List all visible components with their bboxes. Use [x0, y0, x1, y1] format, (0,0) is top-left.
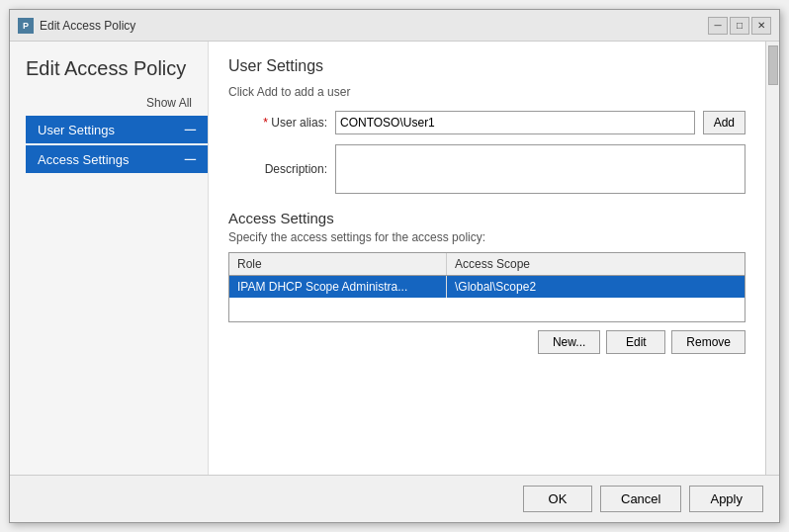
access-settings-hint: Specify the access settings for the acce…: [228, 230, 745, 244]
close-button[interactable]: ✕: [751, 17, 771, 35]
scope-column-header: Access Scope: [447, 253, 745, 275]
sidebar-item-access-settings-icon: ─: [185, 151, 196, 167]
role-cell: IPAM DHCP Scope Administra...: [229, 276, 447, 298]
description-input[interactable]: [335, 144, 745, 194]
page-title: Edit Access Policy: [26, 57, 208, 80]
ok-button[interactable]: OK: [523, 486, 592, 512]
table-row[interactable]: IPAM DHCP Scope Administra... \Global\Sc…: [229, 276, 745, 298]
scrollbar[interactable]: [765, 42, 779, 475]
bottom-bar: OK Cancel Apply: [10, 475, 779, 522]
title-bar-controls: ─ □ ✕: [708, 17, 771, 35]
user-settings-hint: Click Add to add a user: [228, 85, 745, 99]
access-table: Role Access Scope IPAM DHCP Scope Admini…: [228, 252, 745, 322]
user-alias-label: User alias:: [228, 116, 327, 130]
left-panel: Edit Access Policy Show All User Setting…: [10, 42, 208, 475]
new-button[interactable]: New...: [538, 330, 600, 354]
main-content: Edit Access Policy Show All User Setting…: [10, 42, 779, 475]
sidebar-item-user-settings-label: User Settings: [38, 123, 115, 137]
edit-button[interactable]: Edit: [606, 330, 665, 354]
sidebar-item-access-settings-label: Access Settings: [38, 152, 130, 167]
sidebar-item-user-settings[interactable]: User Settings ─: [26, 116, 208, 143]
show-all-link[interactable]: Show All: [26, 96, 208, 110]
description-label: Description:: [228, 162, 327, 176]
title-bar: P Edit Access Policy ─ □ ✕: [10, 10, 779, 42]
sidebar-item-access-settings[interactable]: Access Settings ─: [26, 145, 208, 173]
minimize-button[interactable]: ─: [708, 17, 728, 35]
user-settings-title: User Settings: [228, 57, 745, 75]
right-panel: User Settings Click Add to add a user Us…: [208, 42, 765, 475]
access-settings-section: Access Settings Specify the access setti…: [228, 210, 745, 354]
table-header: Role Access Scope: [229, 253, 745, 276]
access-settings-title: Access Settings: [228, 210, 745, 226]
apply-button[interactable]: Apply: [689, 486, 763, 512]
remove-button[interactable]: Remove: [671, 330, 745, 354]
cancel-button[interactable]: Cancel: [600, 486, 681, 512]
description-row: Description:: [228, 144, 745, 194]
sidebar-item-user-settings-icon: ─: [185, 122, 196, 137]
user-alias-input[interactable]: [335, 111, 695, 134]
user-settings-section: User Settings Click Add to add a user Us…: [228, 57, 745, 194]
add-button[interactable]: Add: [703, 111, 745, 134]
window-icon: P: [18, 18, 34, 34]
user-alias-row: User alias: Add: [228, 111, 745, 134]
main-window: P Edit Access Policy ─ □ ✕ Edit Access P…: [9, 9, 780, 523]
table-buttons: New... Edit Remove: [228, 330, 745, 354]
title-bar-title: Edit Access Policy: [40, 19, 135, 33]
table-empty-row: [229, 298, 745, 321]
maximize-button[interactable]: □: [730, 17, 749, 35]
scroll-thumb[interactable]: [768, 45, 778, 85]
title-bar-left: P Edit Access Policy: [18, 18, 135, 34]
scope-cell: \Global\Scope2: [447, 276, 745, 298]
role-column-header: Role: [229, 253, 447, 275]
